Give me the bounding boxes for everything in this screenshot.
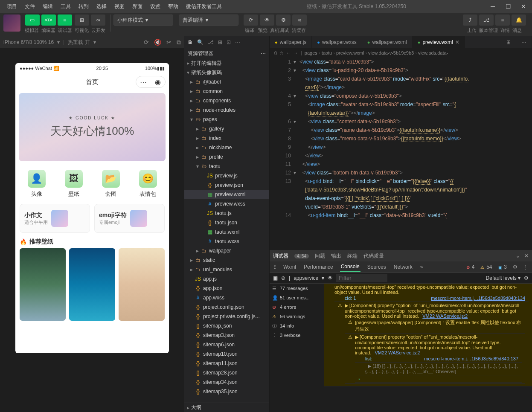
msg-filter[interactable]: ⚠56 warnings [270,312,324,321]
tab-quality[interactable]: 代码质量 [363,252,384,260]
search-icon[interactable]: 🔍 [197,39,203,45]
tree-item[interactable]: #app.wxss [184,293,269,302]
debugger-button[interactable]: ≡ [58,15,72,26]
close-icon[interactable]: ✕ [524,253,529,259]
msg-filter[interactable]: ⋮3 verbose [270,331,324,340]
console-prompt[interactable]: › [355,375,522,383]
tree-item[interactable]: ▸🗀components [184,96,269,105]
msg-filter[interactable]: 👤51 user mes... [270,293,324,302]
tab-problems[interactable]: 问题 [315,252,325,260]
breadcrumb-item[interactable]: view.ads.data- [418,50,448,55]
menu-item[interactable]: 项目 [3,1,20,12]
outline-section[interactable]: ▸大纲 [184,403,269,412]
upload-button[interactable]: ⤴ [463,15,477,26]
layout-icon[interactable]: ⊞ [218,39,222,45]
popout-icon[interactable]: ⧉ [177,39,181,46]
tree-item[interactable]: {}sitemap.json [184,321,269,331]
collapse-icon[interactable]: ⌄ [516,253,520,259]
tree-item[interactable]: ▦preview.wxml [184,190,269,199]
tree-item[interactable]: {}app.json [184,284,269,293]
log-source[interactable]: mescroll-more-item.j…1f56d3e5d89d840:134 [431,296,525,301]
group-editors[interactable]: ▸打开的编辑器 [184,58,269,68]
project-icon[interactable] [3,15,20,32]
tab-output[interactable]: 输出 [331,252,341,260]
tree-item[interactable]: {}sitemap3.json [184,331,269,340]
minimize-button[interactable]: ─ [488,3,498,10]
refresh-icon[interactable]: ⟳ [144,39,149,46]
log-source[interactable]: VM22 WAService.js:2 [422,313,468,319]
eye-icon[interactable]: 👁 [328,275,333,281]
log-entry[interactable]: uni/components/mescroll-top" received ty… [324,284,532,386]
visual-button[interactable]: ⊞ [75,15,89,26]
compile-button[interactable]: ⟳ [244,15,258,26]
category-item[interactable]: 🖼壁纸 [65,170,83,198]
thumb[interactable] [69,248,115,321]
git-icon[interactable]: ⎇ [208,39,214,45]
editor-tab[interactable]: ●wallpaper.js [270,36,312,48]
gear-icon[interactable]: ⚙ [524,275,529,281]
split-icon[interactable]: ⊞ [501,36,516,48]
dot-menu-icon[interactable]: ⋮ [522,262,529,272]
tree-item[interactable]: #taotu.wxss [184,237,269,246]
tree-item[interactable]: {}sitemap34.json [184,377,269,387]
maximize-button[interactable]: ☐ [503,3,513,10]
breadcrumb-icon[interactable]: ⎙ [274,50,277,55]
ext-icon[interactable]: ⊡ [227,39,231,45]
clear-button[interactable]: ≋ [292,15,307,26]
clear-icon[interactable]: ⊘ [281,275,285,281]
version-button[interactable]: ⎇ [479,15,494,26]
hot-reload[interactable]: 热重载 开 [68,39,90,46]
editor-tab[interactable]: ●preview.wxml✕ [413,36,465,48]
log-entry[interactable]: ▶ (18) [{…}, {…}, {…}, {…}, {…}, {…}, {…… [355,363,522,375]
thumb[interactable] [119,248,165,321]
tree-item[interactable]: ▸🗀@babel [184,77,269,87]
tree-item[interactable]: ▸🗀common [184,87,269,96]
category-item[interactable]: 😊表情包 [139,170,157,198]
msg-filter[interactable]: ⓘ14 info [270,321,324,331]
log-entry[interactable]: cid: 1mescroll-more-item.j…1f56d3e5d89d8… [334,295,529,302]
menu-item[interactable]: 转到 [75,1,92,12]
msg-filter[interactable]: ☰77 messages [270,284,324,293]
message-button[interactable]: 🔔 [512,15,526,26]
menu-item[interactable]: 文件 [21,1,38,12]
elements-icon[interactable]: ⟟ [273,262,276,272]
tree-item[interactable]: ▦taotu.wxml [184,227,269,237]
detail-button[interactable]: ≡ [495,15,510,26]
cut-icon[interactable]: ✂ [166,39,172,46]
banner[interactable]: ★ GOOD LUCK ★ 天天好心情100% [19,93,166,161]
context-select[interactable]: appservice [294,275,318,281]
tree-item[interactable]: {}preview.json [184,180,269,190]
fwd-icon[interactable]: → [294,50,298,55]
breadcrumb-item[interactable]: view.data-v-5b19c9b3 [368,50,414,55]
tab-debugger[interactable]: 调试器 [273,252,288,260]
tree-item[interactable]: JSpreview.js [184,171,269,180]
log-entry[interactable]: ⚠▶ [Component] property "option" of "uni… [345,334,525,384]
code-editor[interactable]: 1234567891011121314 ▾▾▾▾▾ <view class="d… [270,58,532,250]
tree-item[interactable]: JSapp.js [184,274,269,284]
console-log[interactable]: uni/components/mescroll-top" received ty… [324,284,532,412]
sidebar-toggle-icon[interactable]: ▣ [273,275,278,281]
breadcrumb-item[interactable]: pages [305,50,317,55]
more-tabs-icon[interactable]: » [419,262,424,272]
menu-item[interactable]: 编辑 [39,1,56,12]
log-entry[interactable]: list:mescroll-more-item.j…1f56d3e5d89d84… [355,355,522,363]
category-item[interactable]: 👤头像 [28,170,46,198]
tree-item[interactable]: ▾🗁pages [184,115,269,124]
settings-icon[interactable]: ⚙ [512,262,518,272]
tree-item[interactable]: ▸🗀profile [184,152,269,162]
tree-item[interactable]: {}sitemap6.json [184,340,269,349]
filter-input[interactable] [336,274,387,282]
explorer-more-icon[interactable]: ⋯ [261,50,266,56]
cloud-button[interactable]: ∞ [91,15,105,26]
log-source[interactable]: VM22 WAService.js:2 [375,350,420,355]
files-icon[interactable]: 🗎 [188,39,193,45]
capsule-button[interactable]: ⋯◉ [136,76,166,88]
log-entry[interactable]: ⚠▶ [Component] property "option" of "uni… [334,302,529,385]
levels-select[interactable]: Default levels ▾ [486,275,520,281]
tree-item[interactable]: {}sitemap11.json [184,359,269,368]
tab-wxml[interactable]: Wxml [282,262,297,272]
tree-item[interactable]: ▸🗀uni_modules [184,265,269,274]
tree-item[interactable]: ▸🗀gallery [184,124,269,133]
menu-item[interactable]: 选择 [93,1,110,12]
close-icon[interactable]: ✕ [455,39,459,45]
